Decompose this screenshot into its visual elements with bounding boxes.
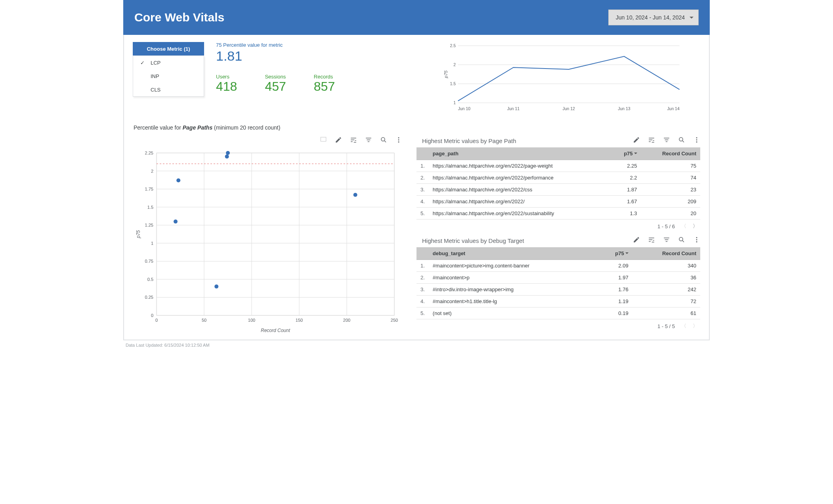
svg-text:250: 250 [391,318,398,323]
table-page-path-toolbar [633,136,700,143]
edit-icon[interactable] [633,236,640,243]
table-row[interactable]: 5. https://almanac.httparchive.org/en/20… [416,208,700,220]
svg-point-56 [176,178,180,182]
svg-line-16 [384,141,386,142]
table-debug-target-pager: 1 - 5 / 5 〈 〉 [416,319,700,330]
pager-prev[interactable]: 〈 [681,223,686,230]
table-debug-target-title: Highest Metric values by Debug Target [422,237,524,244]
svg-text:2: 2 [151,169,153,174]
select-icon[interactable] [320,136,327,143]
svg-point-18 [398,139,399,141]
more-icon[interactable] [693,236,700,243]
zoom-icon[interactable] [380,136,387,143]
more-icon[interactable] [693,136,700,143]
svg-text:1.5: 1.5 [147,205,153,210]
zoom-icon[interactable] [678,236,685,243]
svg-text:Jun 10: Jun 10 [458,107,470,111]
header-bar: Core Web Vitals Jun 10, 2024 - Jun 14, 2… [123,0,710,35]
svg-text:2: 2 [453,63,456,67]
filter-icon[interactable] [663,236,670,243]
table-row[interactable]: 1. https://almanac.httparchive.org/en/20… [416,160,700,172]
col-record-count[interactable]: Record Count [641,147,700,160]
table-row[interactable]: 4. #maincontent>h1.title.title-lg 1.19 7… [416,296,700,307]
kpi-users: Users418 [216,74,237,94]
col-p75[interactable]: p75 [598,247,632,260]
svg-text:200: 200 [343,318,350,323]
svg-point-62 [679,137,683,141]
svg-point-19 [398,141,399,143]
svg-rect-14 [321,137,326,141]
check-icon: ✓ [140,60,147,66]
metric-option-inp[interactable]: INP [133,69,204,83]
tune-icon[interactable] [648,236,655,243]
filter-icon[interactable] [365,136,372,143]
table-page-path: Highest Metric values by Page Path [416,136,700,230]
pager-next[interactable]: 〉 [693,223,698,230]
table-row[interactable]: 1. #maincontent>picture>img.content-bann… [416,260,700,272]
svg-text:Jun 11: Jun 11 [507,107,520,111]
table-row[interactable]: 3. https://almanac.httparchive.org/en/20… [416,184,700,196]
scatter-section-label: Percentile value for Page Paths (minimum… [134,124,700,131]
edit-icon[interactable] [335,136,342,143]
sort-desc-icon [625,252,629,256]
svg-text:Record Count: Record Count [261,328,290,333]
svg-text:p75: p75 [443,70,448,78]
table-row[interactable]: 4. https://almanac.httparchive.org/en/20… [416,196,700,208]
table-page-path-title: Highest Metric values by Page Path [422,137,516,144]
svg-point-70 [696,239,697,241]
metric-option-cls[interactable]: CLS [133,83,204,96]
svg-text:1: 1 [151,241,153,246]
svg-point-65 [696,139,697,141]
line-chart-p75: 11.522.5Jun 10Jun 11Jun 12Jun 13Jun 14p7… [426,42,700,113]
col-debug-target[interactable]: debug_target [429,247,598,260]
col-page-path[interactable]: page_path [429,147,611,160]
pager-prev[interactable]: 〈 [681,323,686,330]
svg-text:Jun 14: Jun 14 [667,107,679,111]
svg-text:0: 0 [151,313,153,318]
scatter-chart: 05010015020025000.250.50.7511.251.51.752… [133,145,402,335]
svg-point-59 [214,284,218,288]
svg-line-63 [682,141,684,142]
svg-text:150: 150 [296,318,303,323]
svg-point-69 [696,237,697,238]
metric-picker-header: Choose Metric (1) [133,42,204,55]
zoom-icon[interactable] [678,136,685,143]
svg-point-17 [398,137,399,138]
svg-text:100: 100 [248,318,255,323]
more-icon[interactable] [395,136,402,143]
svg-rect-20 [157,153,394,315]
svg-point-67 [679,237,683,241]
svg-text:0.25: 0.25 [145,295,153,300]
table-row[interactable]: 3. #intro>div.intro-image-wrapper>img 1.… [416,284,700,296]
svg-text:0: 0 [155,318,158,323]
col-record-count[interactable]: Record Count [632,247,700,260]
filter-icon[interactable] [663,136,670,143]
scatter-toolbar [133,136,402,143]
tune-icon[interactable] [648,136,655,143]
svg-text:0.75: 0.75 [145,259,153,263]
percentile-value: 1.81 [216,49,414,63]
table-debug-target-toolbar [633,236,700,243]
table-row[interactable]: 2. #maincontent>p 1.97 36 [416,272,700,284]
svg-point-55 [225,155,229,158]
col-p75[interactable]: p75 [611,147,641,160]
scatter-panel: 05010015020025000.250.50.7511.251.51.752… [133,136,402,336]
svg-point-58 [174,220,178,223]
sort-desc-icon [634,153,637,156]
data-last-updated: Data Last Updated: 6/15/2024 10:12:50 AM [126,343,710,347]
metric-option-lcp[interactable]: ✓LCP [133,56,204,69]
svg-point-54 [226,151,230,155]
pager-next[interactable]: 〉 [693,323,698,330]
svg-text:2.25: 2.25 [145,151,153,155]
svg-text:1: 1 [453,101,456,105]
date-range-picker[interactable]: Jun 10, 2024 - Jun 14, 2024 [608,10,699,25]
svg-text:1.75: 1.75 [145,187,153,191]
metric-picker-list: ✓LCP INP CLS [133,55,204,97]
table-row[interactable]: 5. (not set) 0.19 61 [416,307,700,319]
svg-text:0.5: 0.5 [147,277,153,282]
table-page-path-pager: 1 - 5 / 6 〈 〉 [416,220,700,230]
tune-icon[interactable] [350,136,357,143]
edit-icon[interactable] [633,136,640,143]
table-row[interactable]: 2. https://almanac.httparchive.org/en/20… [416,172,700,184]
percentile-label: 75 Percentile value for metric [216,42,414,48]
